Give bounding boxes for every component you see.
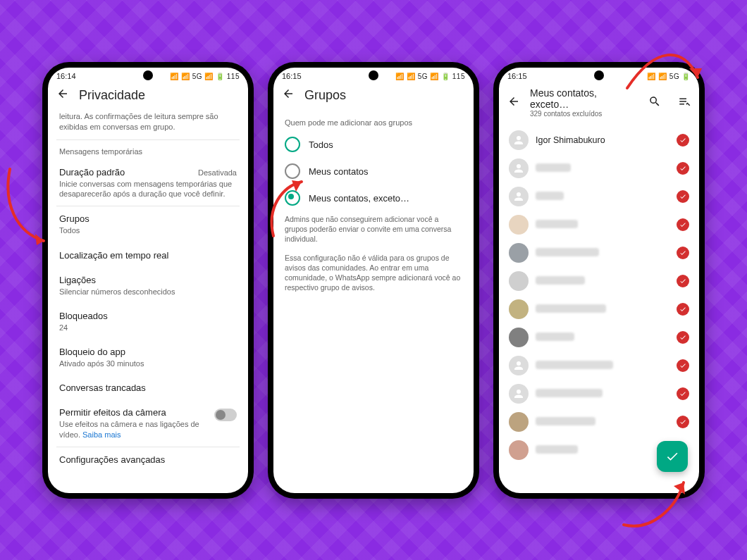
app-bar-privacidade: Privacidade [48, 82, 248, 108]
avatar [509, 271, 529, 291]
bloqueados-sub: 24 [59, 323, 237, 332]
contacts-list[interactable]: Igor Shimabukuro [499, 123, 699, 464]
search-icon[interactable] [648, 95, 661, 111]
contact-name-blur [536, 417, 669, 428]
select-all-icon[interactable] [678, 95, 691, 111]
contact-row[interactable] [499, 408, 699, 436]
contact-row[interactable] [499, 267, 699, 295]
group-permission-question: Quem pode me adicionar aos grupos [285, 118, 462, 127]
duracao-value: Desativada [198, 168, 237, 177]
selected-check-icon[interactable] [677, 331, 689, 344]
radio-label-meus-contatos-exceto: Meus contatos, exceto… [309, 193, 409, 204]
row-conversas-trancadas[interactable]: Conversas trancadas [56, 375, 240, 400]
camera-notch [143, 70, 153, 80]
page-title: Privacidade [79, 88, 145, 103]
app-bar-exceto: Meus contatos, exceto… 329 contatos excl… [499, 82, 699, 123]
avatar [509, 243, 529, 263]
divider [56, 139, 240, 140]
status-right: 📶 📶 5G 📶 🔋 115 [395, 73, 465, 80]
radio-label-meus-contatos: Meus contatos [309, 166, 369, 177]
contact-name-blur [536, 389, 669, 399]
contact-name-blur [536, 361, 669, 371]
contact-name-blur [536, 220, 669, 230]
hint-read-receipts: leitura. As confirmações de leitura semp… [56, 108, 240, 139]
selected-check-icon[interactable] [677, 387, 689, 400]
status-time: 16:15 [282, 72, 302, 80]
bloqueados-title: Bloqueados [59, 311, 237, 321]
avatar [509, 440, 529, 460]
contact-row[interactable] [499, 182, 699, 211]
contact-row[interactable] [499, 323, 699, 351]
row-grupos[interactable]: Grupos Todos [56, 206, 240, 242]
efeitos-camera-toggle[interactable] [214, 409, 237, 421]
radio-meus-contatos-exceto[interactable]: Meus contatos, exceto… [282, 185, 465, 211]
avatar [509, 384, 529, 404]
selected-check-icon[interactable] [677, 247, 689, 259]
selected-check-icon[interactable] [677, 218, 689, 231]
back-arrow-icon[interactable] [282, 87, 295, 103]
back-arrow-icon[interactable] [507, 95, 520, 111]
contact-row[interactable] [499, 295, 699, 323]
avatar [509, 130, 529, 150]
contact-row[interactable] [499, 351, 699, 380]
row-bloqueio-app[interactable]: Bloqueio do app Ativado após 30 minutos [56, 340, 240, 375]
contact-name-blur [536, 304, 669, 315]
camera-notch [369, 70, 378, 80]
avatar [509, 215, 529, 235]
contact-row[interactable] [499, 239, 699, 267]
selected-check-icon[interactable] [677, 190, 689, 203]
bloqueio-app-sub: Ativado após 30 minutos [59, 359, 237, 368]
row-ligacoes[interactable]: Ligações Silenciar números desconhecidos [56, 268, 240, 304]
saiba-mais-link[interactable]: Saiba mais [82, 430, 121, 439]
selected-check-icon[interactable] [677, 275, 689, 287]
status-right: 📶 📶 5G 🔋 [647, 73, 691, 80]
row-bloqueados[interactable]: Bloqueados 24 [56, 304, 240, 340]
contact-name-blur [536, 332, 669, 343]
avatar [509, 187, 529, 206]
bloqueio-app-title: Bloqueio do app [59, 347, 237, 357]
contact-name-blur [536, 248, 669, 259]
app-bar-grupos: Grupos [273, 82, 474, 108]
status-time: 16:14 [56, 72, 76, 80]
selected-check-icon[interactable] [677, 162, 689, 175]
contact-row[interactable]: Igor Shimabukuro [499, 126, 699, 154]
ligacoes-title: Ligações [59, 275, 237, 285]
screen-3: 16:15 📶 📶 5G 🔋 Meus contatos, exceto… 32… [499, 68, 699, 493]
duracao-sub: Inicie conversas com mensagens temporári… [59, 179, 237, 199]
selected-check-icon[interactable] [677, 134, 689, 147]
contact-row[interactable] [499, 211, 699, 239]
camera-notch [594, 70, 604, 80]
avatar [509, 356, 529, 375]
config-avancadas-title: Configurações avançadas [59, 454, 237, 465]
row-efeitos-camera[interactable]: Permitir efeitos da câmera Use efeitos n… [56, 400, 240, 447]
contact-name: Igor Shimabukuro [536, 135, 669, 145]
localizacao-title: Localização em tempo real [59, 250, 237, 261]
ligacoes-sub: Silenciar números desconhecidos [59, 287, 237, 297]
status-time: 16:15 [507, 72, 527, 80]
row-duracao-padrao[interactable]: Desativada Duração padrão Inicie convers… [56, 160, 240, 206]
phone-frame-1: 16:14 📶 📶 5G 📶 🔋 115 Privacidade leitura… [42, 62, 254, 499]
radio-label-todos: Todos [309, 139, 333, 150]
selected-check-icon[interactable] [677, 416, 689, 428]
page-subtitle: 329 contatos excluídos [530, 110, 638, 118]
page-title: Meus contatos, exceto… [530, 87, 638, 110]
avatar [509, 328, 529, 347]
grupos-title: Grupos [59, 213, 237, 224]
radio-meus-contatos[interactable]: Meus contatos [282, 158, 465, 185]
selected-check-icon[interactable] [677, 303, 689, 316]
screen-1: 16:14 📶 📶 5G 📶 🔋 115 Privacidade leitura… [48, 68, 248, 493]
back-arrow-icon[interactable] [56, 87, 69, 103]
contact-row[interactable] [499, 154, 699, 182]
row-config-avancadas[interactable]: Configurações avançadas [56, 447, 240, 472]
contact-name-blur [536, 163, 669, 174]
row-localizacao[interactable]: Localização em tempo real [56, 243, 240, 268]
radio-todos[interactable]: Todos [282, 131, 465, 158]
selected-check-icon[interactable] [677, 359, 689, 372]
note-admins: Admins que não conseguirem adicionar voc… [282, 211, 465, 244]
contact-row[interactable] [499, 380, 699, 408]
confirm-fab-button[interactable] [657, 441, 688, 472]
avatar [509, 158, 529, 178]
avatar [509, 412, 529, 432]
radio-icon [285, 137, 300, 152]
conversas-trancadas-title: Conversas trancadas [59, 382, 237, 393]
